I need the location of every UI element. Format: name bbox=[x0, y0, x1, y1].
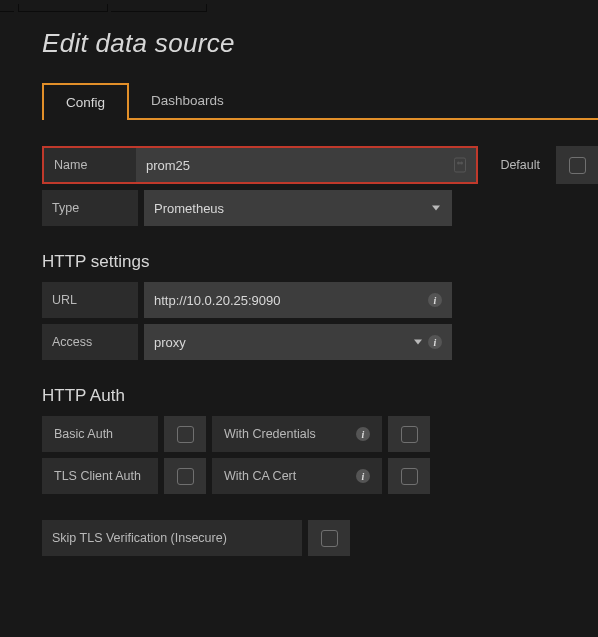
skip-tls-label: Skip TLS Verification (Insecure) bbox=[42, 520, 302, 556]
name-field-icon bbox=[454, 158, 466, 173]
name-label: Name bbox=[44, 148, 136, 182]
with-credentials-text: With Credentials bbox=[224, 427, 316, 441]
tls-client-auth-checkbox[interactable] bbox=[177, 468, 194, 485]
access-label: Access bbox=[42, 324, 138, 360]
basic-auth-checkbox-cell bbox=[164, 416, 206, 452]
default-checkbox[interactable] bbox=[569, 157, 586, 174]
type-select-value: Prometheus bbox=[154, 201, 224, 216]
tab-bar: Config Dashboards bbox=[42, 81, 598, 120]
chevron-down-icon bbox=[414, 340, 422, 345]
with-ca-cert-checkbox[interactable] bbox=[401, 468, 418, 485]
basic-auth-checkbox[interactable] bbox=[177, 426, 194, 443]
http-auth-heading: HTTP Auth bbox=[42, 386, 598, 406]
default-checkbox-cell bbox=[556, 146, 598, 184]
basic-auth-label: Basic Auth bbox=[42, 416, 158, 452]
name-row-highlight: Name prom25 bbox=[42, 146, 478, 184]
name-input[interactable]: prom25 bbox=[136, 148, 476, 182]
info-icon[interactable]: i bbox=[428, 335, 442, 349]
tls-client-auth-checkbox-cell bbox=[164, 458, 206, 494]
http-settings-heading: HTTP settings bbox=[42, 252, 598, 272]
skip-tls-checkbox[interactable] bbox=[321, 530, 338, 547]
type-select[interactable]: Prometheus bbox=[144, 190, 452, 226]
with-credentials-checkbox-cell bbox=[388, 416, 430, 452]
info-icon[interactable]: i bbox=[356, 469, 370, 483]
skip-tls-checkbox-cell bbox=[308, 520, 350, 556]
with-ca-cert-checkbox-cell bbox=[388, 458, 430, 494]
type-label: Type bbox=[42, 190, 138, 226]
url-input-value: http://10.0.20.25:9090 bbox=[154, 293, 281, 308]
info-icon[interactable]: i bbox=[428, 293, 442, 307]
info-icon[interactable]: i bbox=[356, 427, 370, 441]
default-label: Default bbox=[490, 146, 550, 184]
url-input[interactable]: http://10.0.20.25:9090 i bbox=[144, 282, 452, 318]
tab-dashboards[interactable]: Dashboards bbox=[129, 83, 246, 118]
page-title: Edit data source bbox=[42, 28, 598, 59]
with-credentials-label: With Credentials i bbox=[212, 416, 382, 452]
tab-config[interactable]: Config bbox=[42, 83, 129, 120]
with-ca-cert-text: With CA Cert bbox=[224, 469, 296, 483]
with-credentials-checkbox[interactable] bbox=[401, 426, 418, 443]
url-label: URL bbox=[42, 282, 138, 318]
window-top-border bbox=[0, 0, 598, 8]
name-input-value: prom25 bbox=[146, 158, 190, 173]
access-select-value: proxy bbox=[154, 335, 186, 350]
chevron-down-icon bbox=[432, 206, 440, 211]
tls-client-auth-label: TLS Client Auth bbox=[42, 458, 158, 494]
with-ca-cert-label: With CA Cert i bbox=[212, 458, 382, 494]
access-select[interactable]: proxy i bbox=[144, 324, 452, 360]
